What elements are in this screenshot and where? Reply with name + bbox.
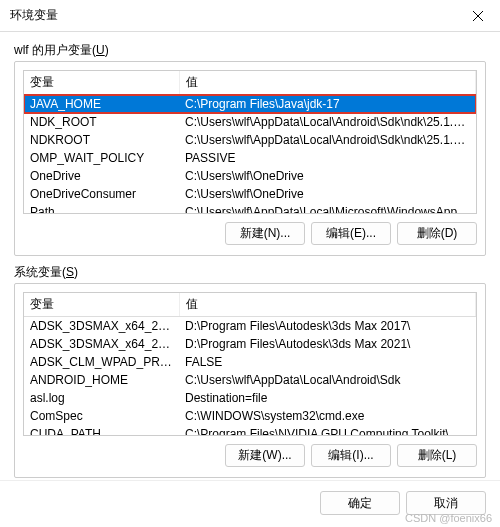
table-row[interactable]: ANDROID_HOMEC:\Users\wlf\AppData\Local\A…	[24, 371, 476, 389]
var-name-cell: JAVA_HOME	[24, 95, 179, 114]
var-name-cell: OneDrive	[24, 167, 179, 185]
user-vars-section: wlf 的用户变量(U) 变量 值 JAVA_HOMEC:\Program Fi…	[14, 42, 486, 256]
var-name-cell: ComSpec	[24, 407, 179, 425]
close-icon	[473, 11, 483, 21]
table-row[interactable]: CUDA_PATHC:\Program Files\NVIDIA GPU Com…	[24, 425, 476, 436]
var-value-cell: C:\Program Files\NVIDIA GPU Computing To…	[179, 425, 476, 436]
sys-vars-groupbox: 变量 值 ADSK_3DSMAX_x64_2017D:\Program File…	[14, 283, 486, 478]
col-header-value[interactable]: 值	[179, 293, 476, 317]
sys-edit-button[interactable]: 编辑(I)...	[311, 444, 391, 467]
sys-vars-table-wrap[interactable]: 变量 值 ADSK_3DSMAX_x64_2017D:\Program File…	[23, 292, 477, 436]
table-row[interactable]: OneDriveConsumerC:\Users\wlf\OneDrive	[24, 185, 476, 203]
var-value-cell: C:\Users\wlf\OneDrive	[179, 185, 476, 203]
var-name-cell: Path	[24, 203, 179, 214]
table-row[interactable]: JAVA_HOMEC:\Program Files\Java\jdk-17	[24, 95, 476, 114]
col-header-value[interactable]: 值	[179, 71, 476, 95]
var-value-cell: D:\Program Files\Autodesk\3ds Max 2021\	[179, 335, 476, 353]
ok-button[interactable]: 确定	[320, 491, 400, 515]
table-row[interactable]: OMP_WAIT_POLICYPASSIVE	[24, 149, 476, 167]
var-name-cell: NDKROOT	[24, 131, 179, 149]
var-name-cell: ADSK_3DSMAX_x64_2017	[24, 317, 179, 336]
dialog-title: 环境变量	[10, 7, 58, 24]
cancel-button[interactable]: 取消	[406, 491, 486, 515]
var-value-cell: C:\Users\wlf\OneDrive	[179, 167, 476, 185]
var-value-cell: C:\Users\wlf\AppData\Local\Android\Sdk\n…	[179, 131, 476, 149]
var-value-cell: C:\Users\wlf\AppData\Local\Android\Sdk\n…	[179, 113, 476, 131]
var-value-cell: PASSIVE	[179, 149, 476, 167]
dialog-footer: 确定 取消	[0, 480, 500, 527]
sys-vars-label: 系统变量(S)	[14, 264, 486, 281]
sys-vars-section: 系统变量(S) 变量 值 ADSK_3DSMAX_x64_2017D:\Prog…	[14, 264, 486, 478]
var-name-cell: ANDROID_HOME	[24, 371, 179, 389]
sys-delete-button[interactable]: 删除(L)	[397, 444, 477, 467]
var-value-cell: C:\WINDOWS\system32\cmd.exe	[179, 407, 476, 425]
var-value-cell: C:\Users\wlf\AppData\Local\Microsoft\Win…	[179, 203, 476, 214]
var-name-cell: ADSK_3DSMAX_x64_2021	[24, 335, 179, 353]
user-vars-groupbox: 变量 值 JAVA_HOMEC:\Program Files\Java\jdk-…	[14, 61, 486, 256]
sys-vars-table: 变量 值 ADSK_3DSMAX_x64_2017D:\Program File…	[24, 293, 476, 436]
table-row[interactable]: asl.logDestination=file	[24, 389, 476, 407]
var-name-cell: OMP_WAIT_POLICY	[24, 149, 179, 167]
env-vars-dialog: 环境变量 wlf 的用户变量(U) 变量 值	[0, 0, 500, 527]
table-row[interactable]: ComSpecC:\WINDOWS\system32\cmd.exe	[24, 407, 476, 425]
user-new-button[interactable]: 新建(N)...	[225, 222, 305, 245]
user-vars-label: wlf 的用户变量(U)	[14, 42, 486, 59]
titlebar: 环境变量	[0, 0, 500, 32]
user-vars-table: 变量 值 JAVA_HOMEC:\Program Files\Java\jdk-…	[24, 71, 476, 214]
var-name-cell: CUDA_PATH	[24, 425, 179, 436]
sys-new-button[interactable]: 新建(W)...	[225, 444, 305, 467]
col-header-name[interactable]: 变量	[24, 71, 179, 95]
table-row[interactable]: ADSK_3DSMAX_x64_2021D:\Program Files\Aut…	[24, 335, 476, 353]
var-value-cell: Destination=file	[179, 389, 476, 407]
user-edit-button[interactable]: 编辑(E)...	[311, 222, 391, 245]
table-row[interactable]: NDKROOTC:\Users\wlf\AppData\Local\Androi…	[24, 131, 476, 149]
var-value-cell: C:\Users\wlf\AppData\Local\Android\Sdk	[179, 371, 476, 389]
col-header-name[interactable]: 变量	[24, 293, 179, 317]
var-name-cell: asl.log	[24, 389, 179, 407]
dialog-content: wlf 的用户变量(U) 变量 值 JAVA_HOMEC:\Program Fi…	[0, 32, 500, 480]
sys-buttons-row: 新建(W)... 编辑(I)... 删除(L)	[23, 442, 477, 469]
close-button[interactable]	[455, 0, 500, 32]
user-delete-button[interactable]: 删除(D)	[397, 222, 477, 245]
var-name-cell: ADSK_CLM_WPAD_PROXY...	[24, 353, 179, 371]
user-vars-table-wrap[interactable]: 变量 值 JAVA_HOMEC:\Program Files\Java\jdk-…	[23, 70, 477, 214]
table-row[interactable]: NDK_ROOTC:\Users\wlf\AppData\Local\Andro…	[24, 113, 476, 131]
var-value-cell: D:\Program Files\Autodesk\3ds Max 2017\	[179, 317, 476, 336]
user-buttons-row: 新建(N)... 编辑(E)... 删除(D)	[23, 220, 477, 247]
table-row[interactable]: ADSK_CLM_WPAD_PROXY...FALSE	[24, 353, 476, 371]
var-value-cell: FALSE	[179, 353, 476, 371]
table-row[interactable]: OneDriveC:\Users\wlf\OneDrive	[24, 167, 476, 185]
table-row[interactable]: ADSK_3DSMAX_x64_2017D:\Program Files\Aut…	[24, 317, 476, 336]
table-row[interactable]: PathC:\Users\wlf\AppData\Local\Microsoft…	[24, 203, 476, 214]
var-name-cell: OneDriveConsumer	[24, 185, 179, 203]
var-value-cell: C:\Program Files\Java\jdk-17	[179, 95, 476, 114]
var-name-cell: NDK_ROOT	[24, 113, 179, 131]
